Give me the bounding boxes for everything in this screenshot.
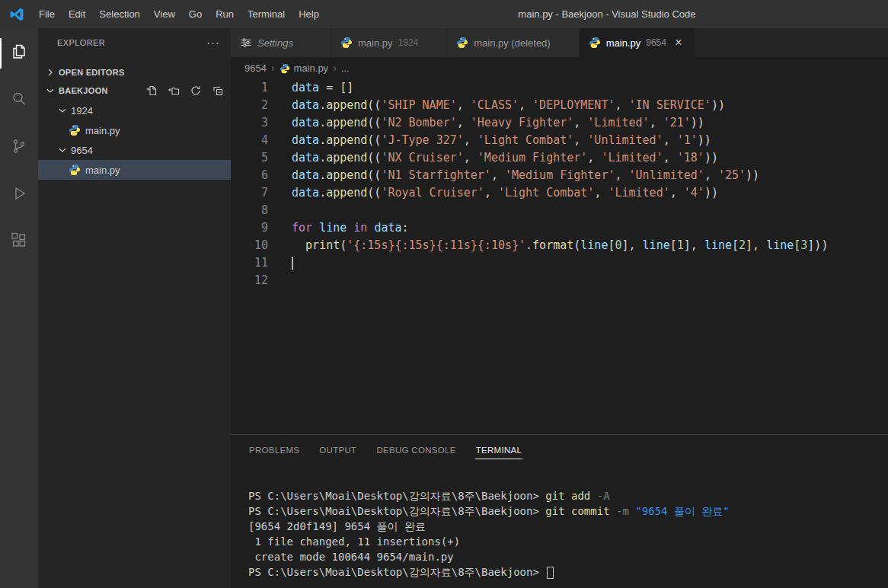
panel-tab-problems[interactable]: PROBLEMS (248, 440, 300, 459)
menu-help[interactable]: Help (292, 0, 326, 28)
panel-tab-terminal[interactable]: TERMINAL (475, 440, 523, 459)
code-token: data (374, 221, 401, 235)
breadcrumb-item[interactable]: 9654 (244, 62, 267, 74)
code-token: data (292, 116, 319, 129)
code-token: , (464, 133, 478, 147)
code-token: 2 (739, 238, 746, 252)
code-line: 2data.append(('SHIP NAME', 'CLASS', 'DEP… (231, 97, 888, 114)
more-actions-icon[interactable]: ··· (206, 39, 220, 46)
panel-tabs: PROBLEMSOUTPUTDEBUG CONSOLETERMINAL (231, 435, 888, 464)
tree-item-main-py[interactable]: main.py (38, 160, 231, 180)
root-actions (145, 84, 225, 97)
activity-explorer[interactable] (0, 34, 38, 72)
menu-go[interactable]: Go (182, 0, 209, 28)
code-line: 6data.append(('N1 Starfighter', 'Medium … (231, 167, 888, 184)
code-token: append (326, 116, 367, 129)
code-token: , (663, 151, 677, 165)
sidebar-title: EXPLORER (57, 38, 206, 47)
menu-edit[interactable]: Edit (62, 0, 92, 28)
code-token: [ (794, 238, 800, 252)
tree-item-label: main.py (85, 125, 120, 136)
code-line: 7data.append(('Royal Cruiser', 'Light Co… (231, 184, 888, 202)
refresh-icon[interactable] (189, 84, 203, 97)
menu-bar: FileEditSelectionViewGoRunTerminalHelp (32, 0, 326, 28)
code-token: 'Light Combat' (498, 186, 594, 200)
line-number: 1 (231, 79, 268, 97)
tree-item-main-py[interactable]: main.py (38, 120, 231, 140)
terminal-token: PS C:\Users\Moai\Desktop\강의자료\8주\Baekjoo… (248, 490, 545, 502)
code-line: 1data = [] (231, 79, 888, 97)
editor-tab-main-py-9654[interactable]: main.py9654× (580, 28, 695, 57)
open-editors-section[interactable]: OPEN EDITORS (38, 63, 231, 81)
code-token: . (319, 168, 326, 182)
line-number: 4 (231, 132, 268, 149)
terminal-line: [9654 2d0f149] 9654 풀이 완료 (248, 519, 888, 534)
code-text: data.append(('Royal Cruiser', 'Light Com… (268, 184, 718, 202)
tree-item-9654[interactable]: 9654 (38, 140, 231, 160)
activity-search[interactable] (0, 81, 38, 120)
panel-tab-debug-console[interactable]: DEBUG CONSOLE (375, 440, 456, 459)
terminal-token: -m (610, 505, 636, 517)
collapse-all-icon[interactable] (211, 84, 225, 97)
code-token: (( (367, 133, 381, 147)
code-token: data (292, 168, 319, 182)
activity-source-control[interactable] (0, 129, 38, 167)
terminal-token: [9654 2d0f149] 9654 풀이 완료 (248, 520, 426, 532)
code-text (268, 202, 292, 219)
python-icon (279, 62, 290, 73)
code-text: for line in data: (268, 219, 409, 237)
root-folder-row[interactable]: BAEKJOON (38, 81, 231, 100)
vscode-window: FileEditSelectionViewGoRunTerminalHelp m… (0, 0, 888, 588)
menu-run[interactable]: Run (209, 0, 241, 28)
code-token: data (292, 151, 319, 165)
open-editors-label: OPEN EDITORS (59, 68, 125, 77)
bottom-panel: PROBLEMSOUTPUTDEBUG CONSOLETERMINAL PS C… (231, 434, 888, 588)
code-token: (( (367, 116, 381, 129)
tab-label: Settings (257, 37, 293, 49)
breadcrumb-item[interactable]: ... (341, 62, 350, 74)
code-token: , (573, 116, 587, 129)
code-token: , (670, 186, 684, 200)
menu-view[interactable]: View (147, 0, 182, 28)
code-text: data.append(('N2 Bomber', 'Heavy Fighter… (268, 114, 704, 132)
code-token: 'N1 Starfighter' (381, 168, 491, 182)
new-folder-icon[interactable] (167, 84, 180, 97)
search-icon (10, 90, 28, 111)
code-token: '1' (677, 133, 698, 147)
python-icon (340, 37, 353, 49)
code-token: 'IN SERVICE' (629, 98, 711, 112)
code-lines: 1data = []2data.append(('SHIP NAME', 'CL… (231, 79, 888, 289)
code-token: )) (746, 168, 759, 182)
code-line: 3data.append(('N2 Bomber', 'Heavy Fighte… (231, 114, 888, 132)
menu-terminal[interactable]: Terminal (241, 0, 292, 28)
breadcrumb-item[interactable]: main.py (279, 62, 329, 74)
terminal-token: 1 file changed, 11 insertions(+) (248, 535, 460, 548)
code-token: )) (711, 98, 725, 112)
menu-selection[interactable]: Selection (92, 0, 146, 28)
terminal-token: "9654 풀이 완료" (635, 505, 729, 517)
terminal[interactable]: PS C:\Users\Moai\Desktop\강의자료\8주\Baekjoo… (231, 464, 888, 588)
editor-tab-main-py-1924[interactable]: main.py1924× (331, 28, 447, 57)
menu-file[interactable]: File (32, 0, 62, 28)
tab-description: 1924 (398, 37, 419, 48)
code-token: format (532, 238, 573, 252)
code-token: 1 (677, 238, 684, 252)
chevron-down-icon (56, 104, 69, 117)
code-token: . (319, 186, 326, 200)
code-line: 10 print('{:15s}{:15s}{:11s}{:10s}'.form… (231, 237, 888, 254)
editor-tab-main-py-deleted-[interactable]: main.py (deleted)× (447, 28, 579, 57)
tree-item-label: main.py (85, 165, 120, 176)
code-editor[interactable]: 1data = []2data.append(('SHIP NAME', 'CL… (231, 78, 888, 434)
activity-extensions[interactable] (0, 223, 38, 261)
panel-tab-output[interactable]: OUTPUT (318, 440, 357, 459)
code-token: 'N2 Bomber' (381, 116, 456, 129)
editor-tab-settings[interactable]: Settings× (231, 28, 331, 57)
tree-item-1924[interactable]: 1924 (38, 101, 231, 120)
code-token: '18' (677, 151, 704, 165)
new-file-icon[interactable] (145, 84, 158, 97)
close-icon[interactable]: × (672, 36, 685, 50)
code-text: data = [] (268, 79, 353, 97)
code-line: 8 (231, 202, 888, 219)
terminal-line: PS C:\Users\Moai\Desktop\강의자료\8주\Baekjoo… (248, 503, 888, 519)
activity-run-debug[interactable] (0, 176, 38, 214)
